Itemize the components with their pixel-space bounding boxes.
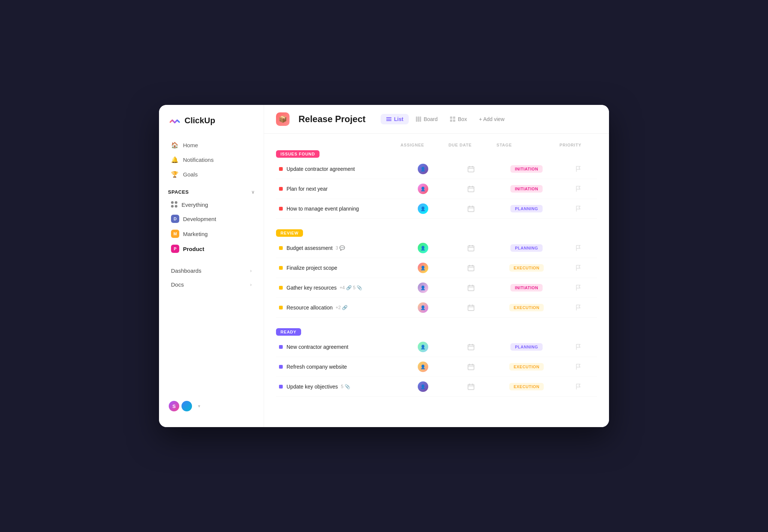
flag-icon xyxy=(575,344,581,350)
tab-list[interactable]: List xyxy=(381,114,409,124)
section-issues-label: ISSUES FOUND xyxy=(276,150,320,158)
task-row[interactable]: New contractor agreement 👤 PLANNING xyxy=(276,337,597,357)
task-row[interactable]: Update contractor agreement 👤 INITIATION xyxy=(276,159,597,179)
stage-cell: PLANNING xyxy=(496,343,556,351)
task-name: Refresh company website xyxy=(286,364,347,370)
svg-rect-5 xyxy=(420,117,421,122)
dashboards-label: Dashboards xyxy=(171,267,201,274)
docs-label: Docs xyxy=(171,281,184,288)
task-row[interactable]: Finalize project scope 👤 EXECUTION xyxy=(276,258,597,278)
task-dot xyxy=(279,246,283,250)
task-badge: 3 💬 xyxy=(336,245,345,251)
task-name-cell: Budget assessment 3 💬 xyxy=(279,245,398,251)
user-dropdown-icon[interactable]: ▾ xyxy=(198,403,200,409)
date-cell[interactable] xyxy=(448,383,494,390)
task-row[interactable]: Update key objectives 5 📎 👤 EXECUTION xyxy=(276,377,597,397)
priority-cell xyxy=(560,344,597,350)
avatar: 👤 xyxy=(418,263,428,273)
stage-badge: EXECUTION xyxy=(509,383,544,390)
add-view-button[interactable]: + Add view xyxy=(474,114,510,124)
spaces-header: Spaces ∨ xyxy=(159,182,264,198)
space-development[interactable]: D Development xyxy=(162,211,261,226)
task-row[interactable]: Budget assessment 3 💬 👤 PLANNING xyxy=(276,238,597,258)
flag-icon xyxy=(575,245,581,251)
task-badge: +2 🔗 xyxy=(336,305,348,310)
date-cell[interactable] xyxy=(448,205,494,212)
date-cell[interactable] xyxy=(448,304,494,311)
stage-cell: EXECUTION xyxy=(496,304,556,311)
assignee-cell: 👤 xyxy=(400,184,446,194)
flag-icon xyxy=(575,205,581,212)
nav-notifications[interactable]: 🔔 Notifications xyxy=(162,152,261,167)
assignee-cell: 👤 xyxy=(400,263,446,273)
assignee-cell: 👤 xyxy=(400,203,446,214)
flag-icon xyxy=(575,304,581,311)
nav-goals[interactable]: 🏆 Goals xyxy=(162,167,261,182)
assignee-cell: 👤 xyxy=(400,164,446,174)
space-product[interactable]: P Product xyxy=(162,241,261,256)
section-ready-label: READY xyxy=(276,328,301,336)
date-cell[interactable] xyxy=(448,344,494,350)
space-everything[interactable]: Everything xyxy=(162,198,261,211)
calendar-icon xyxy=(468,205,474,212)
task-row[interactable]: Refresh company website 👤 EXECUTION xyxy=(276,357,597,377)
task-row[interactable]: Gather key resources +4 🔗 5 📎 👤 INITIATI… xyxy=(276,278,597,298)
avatar: 👤 xyxy=(418,342,428,352)
task-name: How to manage event planning xyxy=(286,206,359,212)
section-review: REVIEW Budget assessment 3 💬 👤 xyxy=(276,229,597,318)
section-ready: READY New contractor agreement 👤 PLANNIN… xyxy=(276,328,597,397)
spaces-chevron-icon[interactable]: ∨ xyxy=(251,190,255,195)
task-row[interactable]: Resource allocation +2 🔗 👤 EXECUTION xyxy=(276,298,597,318)
priority-cell xyxy=(560,304,597,311)
date-cell[interactable] xyxy=(448,245,494,251)
tab-box[interactable]: Box xyxy=(444,114,472,124)
task-list-content: ASSIGNEE DUE DATE STAGE PRIORITY ISSUES … xyxy=(264,134,609,427)
date-cell[interactable] xyxy=(448,185,494,192)
stage-badge: EXECUTION xyxy=(509,304,544,311)
calendar-icon xyxy=(468,363,474,370)
stage-cell: PLANNING xyxy=(496,205,556,212)
stage-cell: PLANNING xyxy=(496,244,556,252)
flag-icon xyxy=(575,185,581,192)
task-name: Gather key resources +4 🔗 5 📎 xyxy=(286,285,362,291)
priority-cell xyxy=(560,383,597,390)
svg-rect-8 xyxy=(450,120,452,122)
space-marketing[interactable]: M Marketing xyxy=(162,226,261,241)
priority-cell xyxy=(560,245,597,251)
date-cell[interactable] xyxy=(448,265,494,271)
task-dot xyxy=(279,266,283,270)
app-name: ClickUp xyxy=(184,116,215,126)
date-cell[interactable] xyxy=(448,363,494,370)
task-name: Plan for next year xyxy=(286,186,328,192)
date-cell[interactable] xyxy=(448,166,494,172)
task-row[interactable]: How to manage event planning 👤 PLANNING xyxy=(276,199,597,219)
product-avatar: P xyxy=(171,245,179,253)
svg-rect-4 xyxy=(418,117,419,122)
task-dot xyxy=(279,385,283,389)
development-avatar: D xyxy=(171,215,179,223)
avatar: 👤 xyxy=(418,381,428,392)
svg-rect-2 xyxy=(386,120,392,121)
task-dot xyxy=(279,345,283,349)
task-name-cell: Refresh company website xyxy=(279,364,398,370)
user-avatar-s: S xyxy=(168,400,180,412)
task-dot xyxy=(279,167,283,171)
task-badge: 5 📎 xyxy=(341,384,350,389)
date-cell[interactable] xyxy=(448,284,494,291)
user-profile-area[interactable]: S ▾ xyxy=(159,394,264,418)
calendar-icon xyxy=(468,383,474,390)
task-row[interactable]: Plan for next year 👤 INITIATION xyxy=(276,179,597,199)
stage-cell: INITIATION xyxy=(496,185,556,193)
docs-section[interactable]: Docs › xyxy=(162,276,261,290)
avatar: 👤 xyxy=(418,362,428,372)
stage-badge: PLANNING xyxy=(510,244,542,252)
svg-rect-26 xyxy=(468,266,474,271)
tab-board[interactable]: Board xyxy=(410,114,443,124)
stage-badge: INITIATION xyxy=(510,284,543,291)
calendar-icon xyxy=(468,304,474,311)
nav-home[interactable]: 🏠 Home xyxy=(162,138,261,152)
dashboards-section[interactable]: Dashboards › xyxy=(162,262,261,276)
space-marketing-label: Marketing xyxy=(183,231,208,237)
assignee-cell: 👤 xyxy=(400,362,446,372)
app-window: ClickUp 🏠 Home 🔔 Notifications 🏆 Goals S… xyxy=(159,105,609,427)
